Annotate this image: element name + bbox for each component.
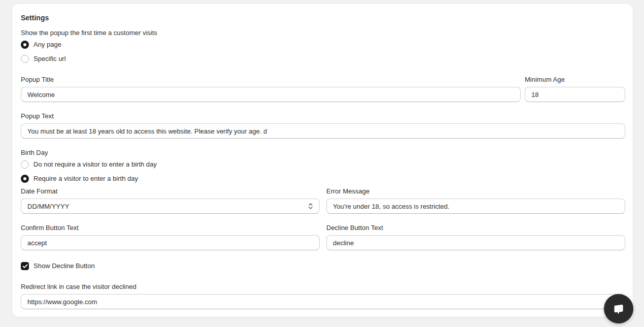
show-decline-button-label: Show Decline Button [33,261,95,271]
minimum-age-input[interactable] [525,87,625,102]
error-message-input[interactable] [326,199,625,214]
popup-title-input[interactable] [21,87,521,102]
confirm-button-text-input[interactable] [21,235,320,250]
radio-option-specific-url[interactable]: Specific url [21,54,625,64]
popup-title-field-group: Popup Title [21,75,521,102]
popup-text-label: Popup Text [21,111,625,121]
date-format-field-group: Date Format DD/MM/YYYY [21,186,320,214]
radio-specific-url-label: Specific url [33,54,66,64]
popup-text-field-group: Popup Text [21,111,625,139]
radio-option-any-page[interactable]: Any page [21,40,625,50]
checkmark-icon [22,264,28,269]
radio-any-page-label: Any page [33,40,61,50]
popup-text-input[interactable] [21,123,625,139]
show-decline-button-checkbox[interactable] [21,262,29,270]
error-message-field-group: Error Message [326,186,625,214]
decline-button-text-input[interactable] [326,235,625,250]
redirect-link-label: Redirect link in case the visitor declin… [21,282,625,292]
select-chevrons-icon [308,203,313,210]
settings-card: Settings Show the popup the first time a… [12,4,633,317]
radio-no-birthday-label: Do not require a visitor to enter a birt… [33,159,157,170]
redirect-link-field-group: Redirect link in case the visitor declin… [21,282,625,309]
decline-button-text-field-group: Decline Button Text [326,223,625,250]
radio-option-require-birthday[interactable]: Require a visitor to enter a birth day [21,174,625,184]
decline-button-text-label: Decline Button Text [326,223,625,233]
radio-require-birthday[interactable] [21,175,29,183]
radio-specific-url[interactable] [21,55,29,63]
date-format-label: Date Format [21,186,320,197]
confirm-button-text-label: Confirm Button Text [21,223,320,233]
popup-title-label: Popup Title [21,75,521,85]
confirm-button-text-field-group: Confirm Button Text [21,223,320,250]
minimum-age-label: Minimum Age [525,75,625,85]
visit-section-label: Show the popup the first time a customer… [21,28,625,38]
date-format-selected-value: DD/MM/YYYY [27,203,69,210]
date-format-select[interactable]: DD/MM/YYYY [21,199,320,214]
radio-option-no-birthday[interactable]: Do not require a visitor to enter a birt… [21,159,625,170]
radio-any-page[interactable] [21,41,29,49]
show-decline-button-option[interactable]: Show Decline Button [21,261,625,271]
radio-no-birthday[interactable] [21,160,29,169]
page-title: Settings [21,13,625,23]
chat-bubble-icon [611,301,626,316]
radio-require-birthday-label: Require a visitor to enter a birth day [33,174,138,184]
error-message-label: Error Message [326,186,625,197]
redirect-link-input[interactable] [21,294,625,309]
minimum-age-field-group: Minimum Age [525,75,625,102]
chat-widget-button[interactable] [604,294,633,323]
birth-day-section-label: Birth Day [21,148,625,158]
